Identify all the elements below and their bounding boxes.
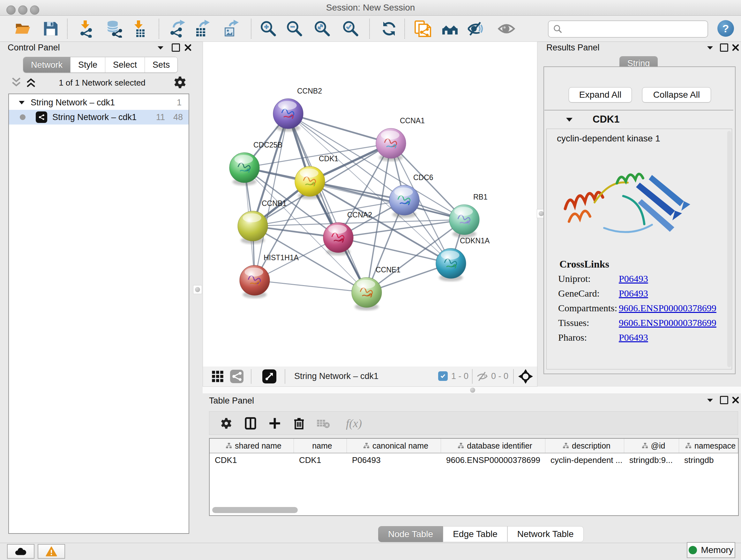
network-collection-row[interactable]: String Network – cdk1 1 (9, 95, 189, 110)
network-node-CDC6[interactable]: CDC6 (389, 173, 433, 218)
network-node-CCNA1[interactable]: CCNA1 (376, 117, 425, 161)
crosslink-link[interactable]: P06493 (619, 273, 648, 284)
crosslink-link[interactable]: 9606.ENSP00000378699 (619, 317, 717, 328)
help-button[interactable]: ? (718, 20, 734, 37)
column-header-name[interactable]: name (294, 439, 347, 453)
collapse-all-networks-icon[interactable] (11, 76, 22, 89)
left-splitter-handle[interactable] (193, 285, 202, 294)
results-panel-float-icon[interactable] (719, 42, 730, 53)
show-all-levels-icon[interactable] (441, 19, 459, 38)
control-panel-float-icon[interactable] (171, 42, 181, 53)
tab-select[interactable]: Select (105, 57, 145, 72)
column-header-namespace[interactable]: namespace (679, 439, 738, 453)
crosslink-link[interactable]: P06493 (619, 332, 648, 343)
control-panel-menu-icon[interactable] (155, 42, 166, 53)
network-node-HIST1H1A[interactable]: HIST1H1A (240, 253, 299, 298)
table-cell[interactable]: stringdb (679, 455, 738, 465)
export-network-icon[interactable] (168, 19, 187, 38)
zoom-in-icon[interactable] (259, 19, 278, 38)
zoom-out-icon[interactable] (285, 19, 304, 38)
column-header-shared-name[interactable]: shared name (210, 439, 294, 453)
save-session-icon[interactable] (42, 19, 60, 38)
export-table-icon[interactable] (193, 19, 212, 38)
network-node-CDK1[interactable]: CDK1 (295, 154, 338, 199)
tree-expander-icon[interactable] (18, 100, 25, 105)
edge-CCNB2-CCNA1[interactable] (288, 114, 391, 143)
scrollbar-thumb[interactable] (212, 507, 298, 513)
table-panel-close-icon[interactable] (730, 395, 741, 406)
delete-column-icon[interactable] (292, 416, 307, 431)
results-scrollbar[interactable] (727, 131, 731, 367)
edge-CCNA2-CDKN1A[interactable] (338, 238, 451, 263)
table-cell[interactable]: stringdb:9... (624, 455, 679, 465)
crosslink-link[interactable]: P06493 (619, 288, 648, 299)
node-attribute-table[interactable]: shared namenamecanonical namedatabase id… (209, 438, 739, 516)
selected-checkbox-icon[interactable] (438, 371, 448, 381)
search-input[interactable] (566, 24, 708, 35)
table-cell[interactable]: CDK1 (294, 455, 347, 465)
cloud-status-button[interactable] (7, 544, 35, 559)
open-session-icon[interactable] (13, 19, 32, 38)
memory-button[interactable]: Memory (687, 542, 735, 558)
warnings-button[interactable] (38, 544, 65, 559)
show-columns-icon[interactable] (243, 416, 258, 431)
crosslink-label: Tissues: (558, 317, 619, 328)
table-options-gear-icon[interactable] (219, 416, 233, 431)
show-hide-details-icon[interactable] (466, 19, 484, 38)
column-header-description[interactable]: description (545, 439, 624, 453)
column-header-database-identifier[interactable]: database identifier (441, 439, 545, 453)
network-row-selected[interactable]: String Network – cdk1 11 48 (9, 110, 189, 125)
tab-sets[interactable]: Sets (145, 57, 178, 72)
results-panel-menu-icon[interactable] (704, 42, 716, 53)
edge-CCNB2-CCNE1[interactable] (288, 114, 367, 293)
network-node-CCNE1[interactable]: CCNE1 (352, 266, 401, 310)
expand-all-button[interactable]: Expand All (569, 87, 632, 103)
crosslink-link[interactable]: 9606.ENSP00000378699 (619, 303, 717, 314)
table-cell[interactable]: CDK1 (210, 455, 294, 465)
network-options-gear-icon[interactable] (173, 75, 187, 89)
export-image-icon[interactable] (222, 19, 240, 38)
grid-view-icon[interactable] (212, 370, 224, 382)
cdk1-section-header[interactable]: CDK1 (543, 111, 734, 127)
table-cell[interactable]: 9606.ENSP00000378699 (441, 455, 545, 465)
network-share-view-icon[interactable] (230, 370, 244, 383)
section-expander-icon[interactable] (566, 117, 573, 122)
column-header-canonical-name[interactable]: canonical name (347, 439, 441, 453)
import-network-file-icon[interactable] (77, 19, 95, 38)
open-in-window-icon[interactable] (262, 369, 276, 383)
splitter-handle[interactable] (470, 388, 475, 393)
network-view-canvas[interactable]: CCNB2CCNA1CDC25BCDK1CDC6RB1CCNB1CCNA2CDK… (203, 42, 537, 367)
table-data-row[interactable]: CDK1CDK1P064939606.ENSP00000378699cyclin… (210, 453, 738, 467)
tab-network[interactable]: Network (23, 57, 71, 72)
import-network-database-icon[interactable] (105, 19, 123, 38)
tab-node-table[interactable]: Node Table (378, 526, 443, 542)
import-string-network-icon[interactable] (413, 19, 431, 38)
network-node-CCNB2[interactable]: CCNB2 (273, 87, 322, 132)
add-column-icon[interactable] (267, 416, 282, 431)
network-node-CDKN1A[interactable]: CDKN1A (436, 237, 490, 281)
birdseye-toggle-icon[interactable] (518, 369, 533, 384)
column-header--id[interactable]: @id (624, 439, 679, 453)
tab-edge-table[interactable]: Edge Table (443, 526, 508, 542)
table-cell[interactable]: cyclin-dependent ... (545, 455, 624, 465)
network-node-RB1[interactable]: RB1 (449, 193, 488, 238)
hidden-eye-icon[interactable] (476, 371, 488, 382)
string-network-graph[interactable]: CCNB2CCNA1CDC25BCDK1CDC6RB1CCNB1CCNA2CDK… (203, 42, 537, 367)
tab-network-table[interactable]: Network Table (508, 526, 584, 542)
table-horizontal-scrollbar[interactable] (210, 506, 736, 514)
table-panel-float-icon[interactable] (719, 395, 730, 406)
control-panel-close-icon[interactable] (183, 42, 193, 53)
refresh-view-icon[interactable] (380, 19, 398, 38)
table-cell[interactable]: P06493 (347, 455, 441, 465)
zoom-selected-icon[interactable] (341, 19, 360, 38)
tab-style[interactable]: Style (71, 57, 105, 72)
import-table-file-icon[interactable] (130, 19, 149, 38)
expand-all-networks-icon[interactable] (25, 76, 37, 89)
edge-CCNB2-RB1[interactable] (288, 114, 464, 220)
zoom-fit-icon[interactable] (313, 19, 332, 38)
eye-icon[interactable] (497, 19, 516, 38)
horizontal-splitter[interactable] (203, 387, 741, 393)
collapse-all-button[interactable]: Collapse All (642, 87, 711, 103)
results-panel-close-icon[interactable] (730, 42, 741, 53)
table-panel-menu-icon[interactable] (704, 395, 716, 406)
